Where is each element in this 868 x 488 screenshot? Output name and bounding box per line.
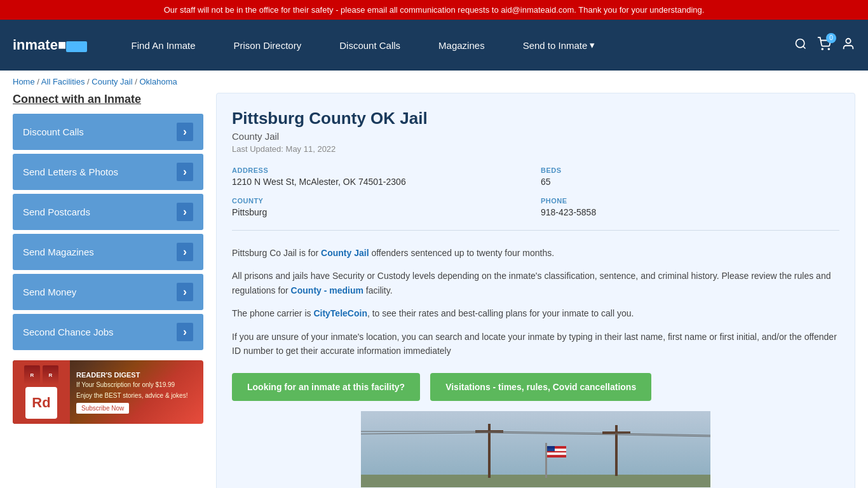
svg-point-4	[846, 38, 850, 43]
nav-send-to-inmate[interactable]: Send to Inmate ▾	[504, 39, 614, 51]
desc-para-3: The phone carrier is CityTeleCoin, to se…	[232, 306, 839, 320]
ad-banner: R R Rd READER'S DIGEST If Your Subscript…	[13, 360, 203, 424]
ad-tagline: Enjoy the BEST stories, advice & jokes!	[76, 392, 197, 399]
svg-rect-21	[547, 446, 555, 451]
chevron-right-icon: ›	[177, 323, 193, 341]
facility-name: Pittsburg County OK Jail	[232, 109, 839, 128]
sidebar-item-second-chance-jobs[interactable]: Second Chance Jobs ›	[13, 314, 203, 350]
ad-brand: READER'S DIGEST	[76, 371, 197, 379]
last-updated: Last Updated: May 11, 2022	[232, 144, 839, 154]
ad-subscribe-button[interactable]: Subscribe Now	[76, 403, 129, 414]
logo: inmate■AID	[13, 37, 87, 53]
citytelecoin-link[interactable]: CityTeleCoin	[313, 308, 367, 318]
sidebar-item-send-magazines[interactable]: Send Magazines ›	[13, 234, 203, 270]
alert-text: Our staff will not be in the office for …	[164, 5, 705, 15]
description-section: Pittsburg Co Jail is for County Jail off…	[232, 246, 839, 358]
facility-photo	[232, 411, 839, 487]
svg-rect-6	[361, 475, 710, 487]
desc-para-4: If you are unsure of your inmate's locat…	[232, 330, 839, 358]
main-content: Connect with an Inmate Discount Calls › …	[0, 93, 868, 488]
address-block: ADDRESS 1210 N West St, McAlester, OK 74…	[232, 166, 531, 187]
breadcrumb: Home / All Facilities / County Jail / Ok…	[0, 71, 868, 93]
svg-point-2	[822, 48, 823, 50]
user-icon[interactable]	[841, 37, 855, 54]
search-icon[interactable]	[794, 37, 807, 53]
svg-rect-17	[545, 443, 547, 478]
nav-discount-calls[interactable]: Discount Calls	[320, 40, 419, 51]
phone-label: PHONE	[541, 197, 839, 205]
facility-type: County Jail	[232, 131, 839, 142]
sidebar-item-send-postcards[interactable]: Send Postcards ›	[13, 194, 203, 230]
desc-para-2: All prisons and jails have Security or C…	[232, 269, 839, 297]
looking-for-inmate-button[interactable]: Looking for an inmate at this facility?	[232, 373, 420, 401]
cart-icon[interactable]: 0	[817, 37, 831, 54]
svg-point-0	[796, 39, 804, 47]
nav-find-inmate[interactable]: Find An Inmate	[112, 40, 215, 51]
svg-line-1	[803, 46, 806, 48]
nav-magazines[interactable]: Magazines	[419, 40, 504, 51]
cart-badge: 0	[826, 33, 836, 43]
sidebar: Connect with an Inmate Discount Calls › …	[13, 93, 203, 488]
breadcrumb-county-jail[interactable]: County Jail	[92, 77, 132, 86]
header-icons: 0	[794, 37, 855, 54]
phone-block: PHONE 918-423-5858	[541, 197, 839, 217]
beds-label: BEDS	[541, 166, 839, 174]
dropdown-arrow-icon: ▾	[590, 39, 595, 51]
ad-logo: Rd	[25, 387, 57, 419]
logo-area[interactable]: inmate■AID	[13, 37, 87, 53]
breadcrumb-home[interactable]: Home	[13, 77, 35, 86]
county-block: COUNTY Pittsburg	[232, 197, 531, 217]
info-grid: ADDRESS 1210 N West St, McAlester, OK 74…	[232, 166, 839, 231]
breadcrumb-state[interactable]: Oklahoma	[139, 77, 177, 86]
sidebar-item-send-letters[interactable]: Send Letters & Photos ›	[13, 154, 203, 190]
chevron-right-icon: ›	[177, 203, 193, 221]
content-panel: Pittsburg County OK Jail County Jail Las…	[216, 93, 855, 488]
breadcrumb-all-facilities[interactable]: All Facilities	[41, 77, 85, 86]
chevron-right-icon: ›	[177, 123, 193, 141]
visitations-button[interactable]: Visitations - times, rules, Covid cancel…	[430, 373, 651, 401]
sidebar-item-send-money[interactable]: Send Money ›	[13, 274, 203, 310]
svg-point-3	[828, 48, 829, 50]
header: inmate■AID Find An Inmate Prison Directo…	[0, 20, 868, 71]
beds-block: BEDS 65	[541, 166, 839, 187]
county-label: COUNTY	[232, 197, 531, 205]
action-buttons: Looking for an inmate at this facility? …	[232, 373, 839, 401]
county-medium-link[interactable]: County - medium	[291, 285, 363, 295]
sidebar-title: Connect with an Inmate	[13, 93, 203, 106]
county-value: Pittsburg	[232, 207, 531, 217]
phone-value: 918-423-5858	[541, 207, 839, 217]
nav-prison-directory[interactable]: Prison Directory	[215, 40, 321, 51]
ad-subscription-text: If Your Subscription for only $19.99	[76, 381, 197, 388]
main-nav: Find An Inmate Prison Directory Discount…	[112, 39, 794, 51]
desc-para-1: Pittsburg Co Jail is for County Jail off…	[232, 246, 839, 260]
beds-value: 65	[541, 177, 839, 187]
chevron-right-icon: ›	[177, 163, 193, 181]
chevron-right-icon: ›	[177, 243, 193, 261]
address-label: ADDRESS	[232, 166, 531, 174]
sidebar-item-discount-calls[interactable]: Discount Calls ›	[13, 114, 203, 150]
county-jail-link[interactable]: County Jail	[321, 248, 369, 258]
alert-banner: Our staff will not be in the office for …	[0, 0, 868, 20]
address-value: 1210 N West St, McAlester, OK 74501-2306	[232, 177, 531, 187]
svg-rect-20	[547, 452, 566, 455]
chevron-right-icon: ›	[177, 283, 193, 301]
